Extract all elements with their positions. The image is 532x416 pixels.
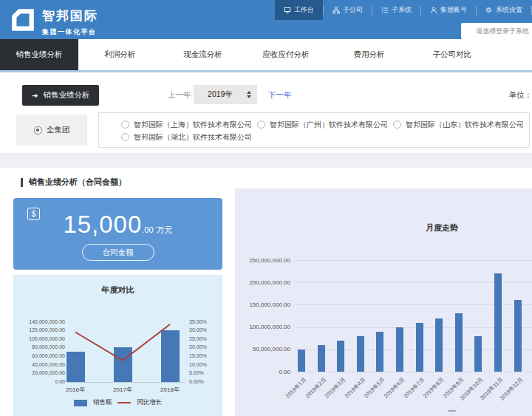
annual-chart-title: 年度对比	[13, 284, 222, 296]
kpi-value-row: 15,000.00万元	[13, 211, 222, 239]
section-title: 销售业绩分析（合同金额）	[21, 177, 126, 188]
all-group-radio[interactable]: 全集团	[16, 115, 87, 146]
monthly-gridline	[296, 260, 532, 261]
radio-checked-icon[interactable]	[34, 126, 42, 134]
annual-right-axis-label: 0.00%	[189, 379, 219, 385]
subsidiary-label: 智邦国际（山东）软件技术有限公司	[406, 120, 524, 130]
logo: 智邦国际 集团一体化平台	[10, 7, 98, 37]
workbench-icon	[284, 7, 291, 14]
monthly-axis-label: 150,000,000.00	[239, 301, 290, 308]
annual-left-axis-label: 20,000,000.00	[19, 370, 65, 376]
monthly-bar	[298, 349, 305, 372]
nav-item-label: 子公司	[343, 5, 363, 15]
top-nav: 工作台子公司子系统集团账号⚙系统设置	[275, 0, 532, 20]
monthly-bar	[337, 341, 344, 372]
legend-line-swatch	[117, 402, 131, 403]
nav-item-label: 集团账号	[440, 5, 467, 15]
annual-bar	[161, 330, 180, 382]
app-subtitle: 集团一体化平台	[42, 27, 98, 37]
unit-label: 单位：	[509, 90, 532, 100]
subsidiary-row-2: 智邦国际（湖北）软件技术有限公司	[121, 131, 529, 143]
tab-2[interactable]: 利润分析	[78, 39, 161, 70]
nav-item-label: 系统设置	[496, 5, 522, 15]
annual-left-axis-label: 0.00	[19, 379, 65, 385]
monthly-bar	[376, 332, 383, 372]
radio-icon[interactable]	[257, 120, 265, 129]
year-select[interactable]: 2019年	[194, 85, 257, 104]
monthly-bar	[435, 318, 443, 372]
tab-6[interactable]: 子公司对比	[411, 39, 494, 70]
subsidiary-radio-3[interactable]: 智邦国际（山东）软件技术有限公司	[393, 120, 529, 130]
section-badge-label: 销售业绩分析	[43, 90, 89, 100]
tab-sales-performance[interactable]: 销售业绩分析	[0, 39, 78, 70]
app-title: 智邦国际	[42, 7, 98, 24]
prev-year-button[interactable]: 上一年	[168, 90, 191, 100]
contract-amount-button[interactable]: 合同金额	[82, 244, 154, 261]
tab-5[interactable]: 费用分析	[327, 39, 410, 70]
annual-bar	[66, 352, 85, 382]
legend-bar-swatch	[74, 400, 87, 406]
annual-chart: 年度对比 140,000,000.00120,000,000.00100,000…	[13, 275, 222, 416]
title-bar-icon	[21, 178, 23, 187]
nav-item-label: 子系统	[392, 5, 412, 15]
annual-left-axis-label: 140,000,000.00	[19, 319, 65, 325]
monthly-gridline	[296, 372, 532, 372]
radio-icon[interactable]	[121, 133, 129, 141]
subsidiary-box: 智邦国际（上海）软件技术有限公司智邦国际（广州）软件技术有限公司智邦国际（山东）…	[98, 112, 530, 148]
monthly-bar	[416, 323, 423, 372]
monthly-chart: 月度走势 250,000,000.00200,000,000.00150,000…	[235, 188, 532, 416]
next-year-button[interactable]: 下一年	[268, 90, 292, 100]
monthly-bar	[494, 273, 502, 372]
monthly-bar	[474, 336, 482, 372]
radio-icon[interactable]	[393, 120, 401, 129]
kpi-decimal: .00	[142, 225, 153, 234]
monthly-axis-label: 200,000,000.00	[239, 279, 290, 286]
monthly-axis-label: 250,000,000.00	[239, 257, 290, 264]
subsystem-icon	[381, 7, 389, 14]
annual-left-axis-label: 100,000,000.00	[19, 336, 65, 342]
monthly-axis-label: 100,000,000.00	[239, 324, 290, 330]
nav-item-label: 工作台	[294, 5, 314, 15]
radio-icon[interactable]	[121, 120, 129, 129]
nav-item-5[interactable]: ⚙系统设置	[477, 0, 531, 20]
kpi-value: 15,000	[63, 211, 142, 238]
subsidiary-radio-1[interactable]: 智邦国际（上海）软件技术有限公司	[121, 120, 257, 130]
section-badge: ➜ 销售业绩分析	[22, 85, 99, 106]
all-group-label: 全集团	[47, 125, 70, 135]
monthly-bar	[318, 345, 325, 372]
analysis-tabbar: 销售业绩分析 利润分析现金流分析应收应付分析费用分析子公司对比	[0, 39, 532, 72]
nav-item-3[interactable]: 子系统	[372, 0, 420, 20]
subsidiary-row-1: 智邦国际（上海）软件技术有限公司智邦国际（广州）软件技术有限公司智邦国际（山东）…	[121, 118, 529, 131]
tab-3[interactable]: 现金流分析	[161, 39, 244, 70]
tab-4[interactable]: 应收应付分析	[245, 39, 327, 70]
annual-left-axis-label: 120,000,000.00	[19, 327, 65, 333]
subsidiary-radio-4[interactable]: 智邦国际（湖北）软件技术有限公司	[121, 132, 252, 143]
account-icon	[430, 7, 437, 14]
kpi-card: $ 15,000.00万元 合同金额	[13, 198, 222, 270]
monthly-category-label: 2019年12月	[485, 376, 524, 415]
annual-bar	[114, 347, 132, 382]
settings-icon: ⚙	[485, 7, 493, 14]
arrow-right-icon: ➜	[32, 92, 38, 100]
kpi-unit: 万元	[157, 225, 173, 234]
nav-item-1[interactable]: 工作台	[275, 0, 323, 20]
subsidiary-label: 智邦国际（上海）软件技术有限公司	[134, 120, 252, 130]
spinner-icon[interactable]	[247, 91, 251, 98]
annual-right-axis-label: 25.00%	[189, 336, 219, 342]
legend-line-label: 同比增长	[137, 398, 162, 407]
annual-right-axis-label: 5.00%	[189, 370, 219, 376]
login-subsystem-select[interactable]: 请选择登录子系统	[461, 23, 532, 39]
monthly-bar	[396, 327, 403, 372]
subsidiary-radio-2[interactable]: 智邦国际（广州）软件技术有限公司	[257, 120, 393, 130]
main-content: 销售业绩分析（合同金额） $ 15,000.00万元 合同金额 年度对比 140…	[0, 168, 532, 416]
annual-category-label: 2017年	[104, 386, 141, 394]
filter-panel: ➜ 销售业绩分析 上一年 2019年 下一年 单位： 全集团 智邦国际（上海）软…	[0, 72, 532, 153]
nav-item-2[interactable]: 子公司	[324, 0, 372, 20]
monthly-bar	[357, 336, 364, 372]
annual-right-axis-label: 35.00%	[189, 319, 219, 325]
subsidiary-icon	[332, 7, 340, 14]
nav-item-4[interactable]: 集团账号	[421, 0, 476, 20]
monthly-axis-label: 0.00	[239, 369, 290, 375]
annual-left-axis-label: 40,000,000.00	[19, 362, 65, 368]
annual-category-label: 2018年	[151, 386, 188, 394]
